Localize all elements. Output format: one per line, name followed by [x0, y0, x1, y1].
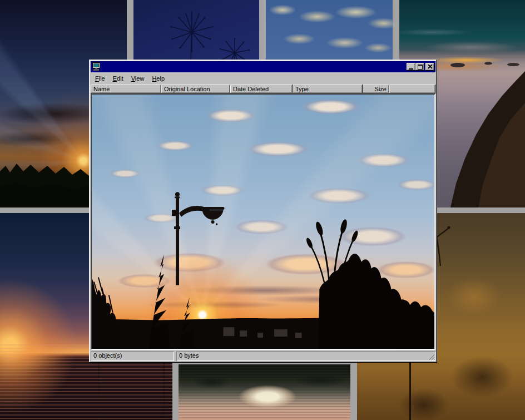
menu-edit[interactable]: Edit — [109, 74, 127, 83]
column-header-original-location[interactable]: Original Location — [161, 85, 230, 93]
maximize-icon — [418, 65, 423, 70]
column-header-date-deleted[interactable]: Date Deleted — [230, 85, 293, 93]
column-header-blank[interactable] — [389, 85, 435, 93]
column-header-name[interactable]: Name — [91, 85, 161, 93]
window-controls — [407, 63, 434, 71]
maximize-button[interactable] — [415, 63, 424, 71]
menu-bar: File Edit View Help — [91, 72, 435, 85]
desktop-photo-collage: { "window": { "title": "", "menu_items":… — [0, 0, 525, 420]
file-list-window: File Edit View Help Name Original Locati… — [89, 60, 437, 363]
list-view-area — [91, 93, 435, 350]
minimize-icon — [409, 68, 413, 70]
column-header-size[interactable]: Size — [363, 85, 389, 93]
column-header-type[interactable]: Type — [293, 85, 363, 93]
close-icon — [428, 65, 433, 69]
resize-grip-icon[interactable] — [428, 354, 435, 360]
pole-silhouette — [409, 362, 411, 420]
status-size: 0 bytes — [176, 351, 435, 361]
status-bar: 0 object(s) 0 bytes — [91, 351, 435, 361]
window-titlebar[interactable] — [91, 61, 435, 72]
close-button[interactable] — [425, 63, 434, 71]
street-lamp-silhouette — [172, 192, 224, 285]
photo-silhouettes — [92, 95, 434, 349]
pole-silhouette — [163, 360, 165, 420]
minimize-button[interactable] — [407, 63, 415, 71]
menu-help[interactable]: Help — [148, 74, 169, 83]
background-photo-water-reflection — [179, 364, 350, 420]
sunset-lamp-photo — [92, 95, 434, 349]
list-column-headers: Name Original Location Date Deleted Type… — [91, 85, 435, 93]
pole-silhouette — [98, 359, 100, 420]
status-object-count: 0 object(s) — [91, 351, 174, 361]
menu-view[interactable]: View — [127, 74, 148, 83]
computer-icon — [92, 62, 101, 71]
status-size-text: 0 bytes — [179, 352, 199, 359]
menu-file[interactable]: File — [91, 74, 109, 83]
